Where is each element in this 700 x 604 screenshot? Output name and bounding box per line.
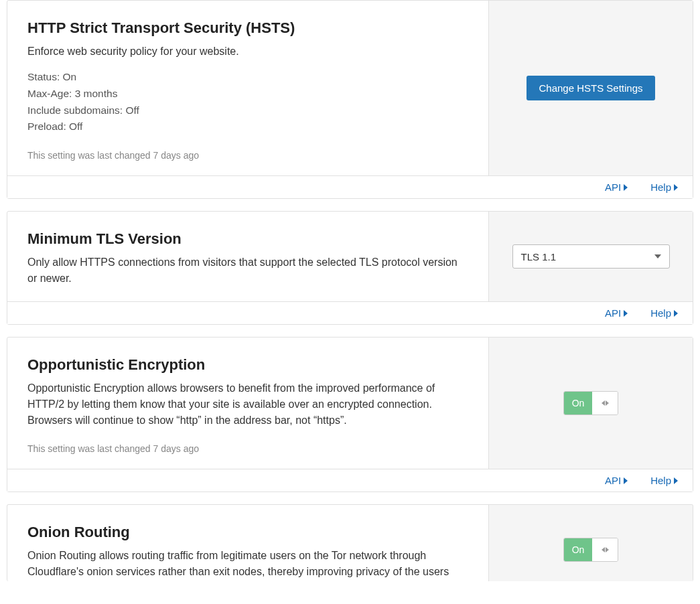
caret-right-icon <box>624 477 628 484</box>
caret-right-icon <box>624 184 628 191</box>
opportunistic-help-link[interactable]: Help <box>650 475 678 486</box>
api-link-label: API <box>605 181 621 193</box>
caret-right-icon <box>674 310 678 317</box>
change-hsts-settings-button[interactable]: Change HSTS Settings <box>527 76 654 100</box>
help-link-label: Help <box>650 475 671 486</box>
tls-description: Only allow HTTPS connections from visito… <box>27 254 468 287</box>
help-link-label: Help <box>650 307 671 319</box>
tls-title: Minimum TLS Version <box>27 230 468 248</box>
hsts-last-changed: This setting was last changed 7 days ago <box>27 150 468 161</box>
api-link-label: API <box>605 307 621 319</box>
help-link-label: Help <box>650 181 671 193</box>
opportunistic-api-link[interactable]: API <box>605 475 628 486</box>
toggle-handle-icon <box>592 538 618 561</box>
tls-api-link[interactable]: API <box>605 307 628 319</box>
toggle-on-label: On <box>564 538 592 561</box>
opportunistic-description: Opportunistic Encryption allows browsers… <box>27 380 468 429</box>
hsts-status: Status: On <box>27 69 468 86</box>
toggle-handle-icon <box>592 392 618 414</box>
hsts-status-block: Status: On Max-Age: 3 months Include sub… <box>27 69 468 135</box>
tls-version-select[interactable]: TLS 1.1 <box>512 244 670 269</box>
opportunistic-title: Opportunistic Encryption <box>27 356 468 374</box>
hsts-subdomains: Include subdomains: Off <box>27 102 468 119</box>
api-link-label: API <box>605 475 621 486</box>
card-opportunistic-encryption: Opportunistic Encryption Opportunistic E… <box>7 337 693 492</box>
tls-help-link[interactable]: Help <box>650 307 678 319</box>
hsts-maxage: Max-Age: 3 months <box>27 86 468 102</box>
opportunistic-last-changed: This setting was last changed 7 days ago <box>27 443 468 454</box>
caret-right-icon <box>674 477 678 484</box>
hsts-title: HTTP Strict Transport Security (HSTS) <box>27 19 468 37</box>
hsts-api-link[interactable]: API <box>605 181 628 193</box>
toggle-on-label: On <box>564 392 592 414</box>
card-hsts: HTTP Strict Transport Security (HSTS) En… <box>7 0 693 199</box>
onion-toggle[interactable]: On <box>563 538 618 562</box>
hsts-preload: Preload: Off <box>27 119 468 135</box>
onion-title: Onion Routing <box>27 524 468 541</box>
opportunistic-toggle[interactable]: On <box>563 391 618 415</box>
hsts-description: Enforce web security policy for your web… <box>27 44 468 60</box>
caret-right-icon <box>624 310 628 317</box>
card-min-tls: Minimum TLS Version Only allow HTTPS con… <box>7 211 693 325</box>
onion-description: Onion Routing allows routing traffic fro… <box>27 548 468 580</box>
caret-right-icon <box>674 184 678 191</box>
hsts-help-link[interactable]: Help <box>650 181 678 193</box>
card-onion-routing: Onion Routing Onion Routing allows routi… <box>7 504 693 581</box>
caret-down-icon <box>654 254 661 258</box>
tls-selected-value: TLS 1.1 <box>521 251 557 262</box>
